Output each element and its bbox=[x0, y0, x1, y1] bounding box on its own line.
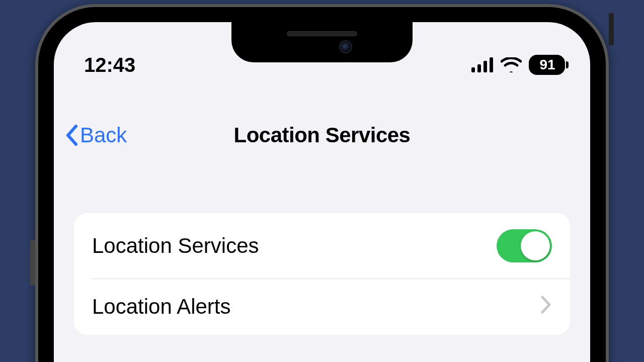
row-label: Location Alerts bbox=[92, 295, 231, 319]
svg-rect-1 bbox=[477, 64, 481, 72]
location-services-toggle[interactable] bbox=[497, 229, 552, 262]
toggle-knob bbox=[521, 231, 550, 260]
phone-bezel: 12:43 bbox=[38, 7, 606, 362]
location-alerts-row[interactable]: Location Alerts bbox=[74, 279, 570, 335]
power-button bbox=[609, 13, 614, 45]
status-indicators: 91 bbox=[471, 55, 565, 75]
content-area: Location Services Location Alerts bbox=[74, 213, 570, 335]
navigation-bar: Back Location Services bbox=[54, 118, 590, 153]
chevron-right-icon bbox=[541, 295, 552, 319]
svg-rect-2 bbox=[484, 61, 487, 72]
status-time: 12:43 bbox=[84, 54, 135, 76]
cellular-signal-icon bbox=[471, 57, 494, 72]
wifi-icon bbox=[501, 57, 522, 72]
chevron-left-icon bbox=[65, 125, 78, 146]
row-label: Location Services bbox=[92, 234, 259, 258]
svg-rect-0 bbox=[471, 67, 475, 72]
back-button[interactable]: Back bbox=[65, 123, 127, 147]
phone-frame: 12:43 bbox=[35, 4, 609, 362]
status-bar: 12:43 bbox=[54, 22, 590, 82]
volume-button bbox=[30, 240, 35, 286]
page-title: Location Services bbox=[234, 123, 411, 147]
settings-group: Location Services Location Alerts bbox=[74, 213, 570, 335]
svg-rect-3 bbox=[490, 57, 493, 72]
location-services-row[interactable]: Location Services bbox=[74, 213, 570, 279]
battery-indicator: 91 bbox=[529, 55, 565, 75]
back-label: Back bbox=[80, 123, 127, 147]
battery-level: 91 bbox=[539, 57, 555, 73]
screen: 12:43 bbox=[54, 22, 590, 362]
